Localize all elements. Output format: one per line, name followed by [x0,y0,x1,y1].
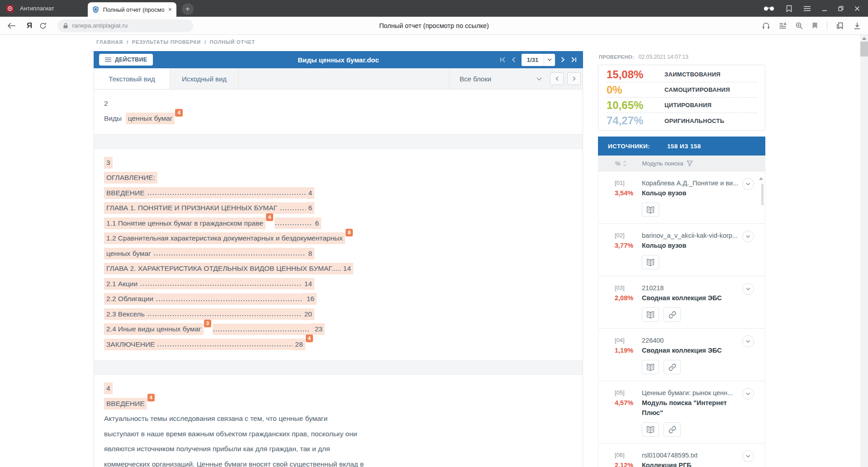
citation-block[interactable]: ГЛАВА 1. ПОНЯТИЕ И ПРИЗНАКИ ЦЕННЫХ БУМАГ [104,202,280,214]
expand-source-button[interactable] [742,450,754,462]
list-scrollbar-thumb[interactable] [761,184,764,205]
report-panel: ДЕЙСТВИЕ Виды ценных бумаг.doc 1/31 [94,51,583,467]
citation-block[interactable]: 3 [104,157,113,169]
citation-block[interactable]: 23 [310,323,325,335]
page-select[interactable]: 1/31 [522,54,555,66]
citation-badge[interactable]: 4 [306,335,313,342]
source-title[interactable]: Кораблева А.Д._Понятие и ви... [642,178,739,188]
citation-block[interactable]: 2.4 Иные виды ценных бумаг [104,323,204,335]
citation-block[interactable]: 2.2 Облигации [104,293,156,305]
breadcrumb-item[interactable]: ГЛАВНАЯ [96,39,123,45]
list-scroll-up-icon[interactable] [759,177,763,180]
column-percent[interactable]: % [615,160,627,167]
window-minimize-icon[interactable] [822,6,827,11]
source-title[interactable]: 226400 [642,335,739,345]
citation-block[interactable]: 1.1 Понятие ценных бумаг в гражданском п… [104,217,266,229]
source-title[interactable]: barinov_a_v_akcii-kak-vid-korp... [642,231,739,241]
citation-badge[interactable]: 4 [175,109,182,117]
document-page-4: 4ВВЕДЕНИЕ4Актуальность темы исследования… [94,374,583,467]
citation-block[interactable]: ценных бумаг [104,248,153,259]
next-block-button[interactable] [567,72,581,85]
browser-scrollbar[interactable] [860,35,868,467]
tab-text-view[interactable]: Текстовый вид [94,68,170,89]
citation-block[interactable]: 2.1 Акции [104,278,140,290]
citation-block[interactable]: 20 [302,308,314,320]
citation-badge[interactable]: 3 [204,320,211,327]
reload-icon[interactable] [39,22,47,29]
link-button[interactable] [664,360,681,374]
citation-block[interactable]: 14 [302,278,314,290]
book-button[interactable] [642,360,659,374]
citation-block[interactable]: 16 [302,293,317,305]
next-page-icon[interactable] [561,57,565,62]
citation-block[interactable]: 6 [313,217,321,229]
prev-block-button[interactable] [550,72,564,85]
address-bar[interactable]: ranepa.antiplagiat.ru [57,19,193,32]
first-page-icon[interactable] [500,57,506,62]
citation-block[interactable]: 28 [293,339,305,350]
source-title[interactable]: Ценные бумаги: рынок ценн... [642,388,739,398]
doc-line: ГЛАВА 1. ПОНЯТИЕ И ПРИЗНАКИ ЦЕННЫХ БУМАГ… [104,201,314,216]
stat-value: 74,27% [607,114,664,127]
expand-source-button[interactable] [742,388,754,400]
citation-block[interactable]: ОГЛАВЛЕНИЕ: [104,172,157,184]
source-title[interactable]: rsl01004748595.txt [642,450,739,460]
scrollbar-thumb[interactable] [860,42,868,57]
yandex-icon[interactable]: Я [27,21,32,30]
citation-block[interactable]: ВВЕДЕНИЕ [104,398,147,410]
citation-block[interactable]: ценных бумаг [126,113,175,124]
citation-block[interactable]: 2.3 Вексель [104,308,147,320]
bookmark-icon[interactable] [812,22,818,29]
download-icon[interactable] [854,22,861,29]
browser-tab-active[interactable]: Полный отчет (просмо × [88,2,176,17]
window-restore-icon[interactable] [838,6,844,11]
citation-block[interactable]: 4 [104,382,113,394]
sources-table-header: % Модуль поиска [598,156,765,171]
prev-page-icon[interactable] [512,57,516,62]
expand-source-button[interactable] [742,178,754,190]
window-close-icon[interactable] [854,6,860,11]
citation-block[interactable]: 1.2 Сравнительная характеристика докумен… [104,232,345,244]
column-module[interactable]: Модуль поиска [642,160,693,167]
citation-badge[interactable]: 4 [147,394,155,401]
citation-block[interactable]: 4 [306,187,314,199]
citation-block[interactable]: 6 [306,202,314,214]
zoom-in-icon[interactable] [796,22,803,29]
expand-source-button[interactable] [742,231,754,242]
close-tab-icon[interactable]: × [168,6,172,13]
doc-line: являются источником получения прибыли ка… [104,442,583,457]
citation-block[interactable]: ГЛАВА 2. ХАРАКТЕРИСТИКА ОТДЕЛЬНЫХ ВИДОВ … [104,263,353,274]
citation-badge[interactable]: 4 [266,213,273,221]
breadcrumb-item[interactable]: РЕЗУЛЬТАТЫ ПРОВЕРКИ [132,39,201,45]
last-page-icon[interactable] [571,57,577,62]
blocks-filter-select[interactable]: Все блоки [449,68,552,89]
collections-icon[interactable] [836,22,844,29]
expand-source-button[interactable] [742,335,754,347]
expand-source-button[interactable] [742,283,754,295]
citation-block[interactable]: ВВЕДЕНИЕ [104,187,147,199]
book-button[interactable] [642,307,659,322]
link-button[interactable] [664,307,681,322]
citation-badge[interactable]: 8 [346,229,353,236]
browser-menu-icon[interactable] [803,6,811,11]
bookmark-flag-icon[interactable] [786,5,792,12]
browser-tab-antiplagiat[interactable]: Антиплагиат [0,0,61,17]
book-button[interactable] [642,255,659,269]
citation-block[interactable]: 8 [306,248,314,259]
breadcrumb-item[interactable]: ПОЛНЫЙ ОТЧЕТ [210,39,255,45]
link-button[interactable] [664,422,681,437]
scroll-up-icon[interactable] [862,37,866,40]
book-button[interactable] [642,203,659,217]
reader-mode-icon[interactable] [779,22,787,29]
headphones-icon[interactable] [762,22,770,29]
new-tab-button[interactable]: + [182,3,194,15]
doc-text: коммерческих организаций. Ценные бумаги … [104,460,364,467]
citation-block[interactable]: ЗАКЛЮЧЕНИЕ [104,339,157,350]
tab-source-view[interactable]: Исходный вид [170,68,239,89]
book-button[interactable] [642,422,659,437]
back-icon[interactable] [7,23,16,29]
view-tabs: Текстовый вид Исходный вид Все блоки [94,68,583,90]
doc-text: являются источником получения прибыли ка… [104,445,330,453]
source-title[interactable]: 210218 [642,283,739,293]
action-menu-button[interactable]: ДЕЙСТВИЕ [99,54,153,66]
